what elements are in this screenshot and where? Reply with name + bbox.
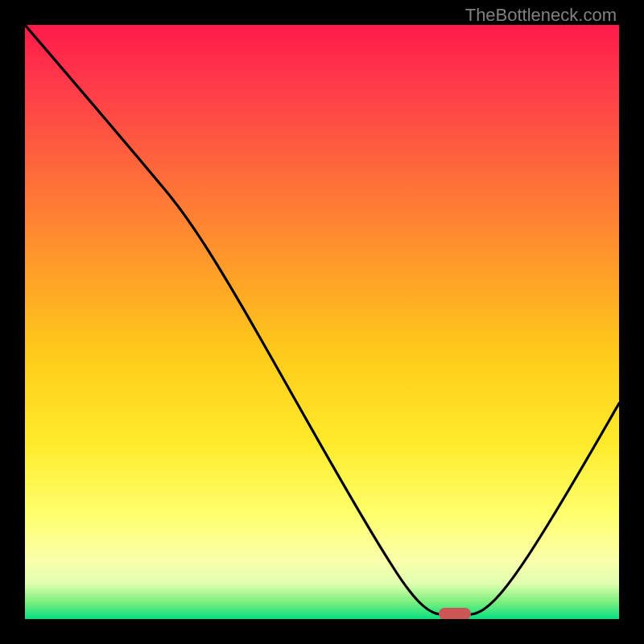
watermark-text: TheBottleneck.com xyxy=(465,5,617,26)
gradient-plot-area xyxy=(25,25,619,619)
